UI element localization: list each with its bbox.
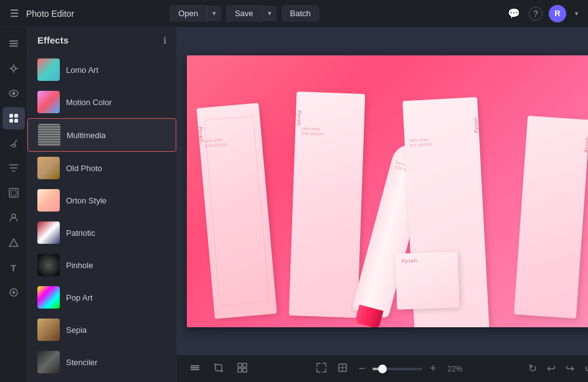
open-arrow-button[interactable]: ▾ <box>207 6 221 21</box>
product-box-1: Pyreli. berry whiteEYE SERUM <box>196 103 277 319</box>
effect-thumb-4 <box>37 189 60 212</box>
batch-button[interactable]: Batch <box>282 5 320 22</box>
svg-marker-18 <box>9 239 18 246</box>
app-title: Photo Editor <box>26 9 74 19</box>
effect-label-1: Motion Color <box>66 98 112 107</box>
svg-rect-24 <box>243 363 247 367</box>
svg-rect-23 <box>238 363 242 367</box>
effect-thumb-9 <box>37 351 60 373</box>
help-icon[interactable]: ? <box>529 7 543 21</box>
sidebar-icon-filters[interactable] <box>2 157 25 179</box>
effect-item-multimedia[interactable]: Multimedia <box>27 118 176 152</box>
effect-label-3: Old Photo <box>66 164 102 173</box>
sidebar-icon-frames[interactable] <box>2 182 25 204</box>
sidebar-icon-shapes[interactable] <box>2 231 25 254</box>
svg-rect-11 <box>14 114 18 118</box>
effect-label-9: Stenciler <box>66 358 98 367</box>
sidebar-icon-preview[interactable] <box>2 82 25 105</box>
effects-list: Lomo ArtMotion ColorMultimediaOld PhotoO… <box>27 54 176 382</box>
sidebar-icon-plugins[interactable] <box>2 281 25 304</box>
chat-icon[interactable]: 💬 <box>505 5 523 22</box>
sidebar-icon-brush[interactable] <box>2 132 25 154</box>
effect-thumb-1 <box>37 91 60 113</box>
zoom-handle[interactable] <box>378 365 387 373</box>
grid-icon[interactable] <box>234 360 250 378</box>
effect-thumb-3 <box>37 157 60 179</box>
bottom-tools-right: ↻ ↩ ↪ ↺ <box>526 360 588 378</box>
effects-header: Effects ℹ <box>27 27 176 54</box>
svg-rect-22 <box>191 369 199 370</box>
effect-item-summer[interactable]: Summer <box>27 378 176 382</box>
redo-icon[interactable]: ↪ <box>563 360 577 378</box>
sidebar-icon-adjustments[interactable] <box>2 57 25 80</box>
topbar: ☰ Photo Editor Open ▾ Save ▾ Batch 💬 ? R… <box>0 0 588 27</box>
svg-line-14 <box>14 140 17 144</box>
revert-icon[interactable]: ↺ <box>582 360 588 378</box>
svg-rect-1 <box>9 43 18 44</box>
icon-sidebar: T <box>0 27 27 382</box>
photo-frame: Pyreli. berry whiteEYE SERUM Pyreli. ber… <box>187 55 588 327</box>
avatar[interactable]: R <box>549 5 566 22</box>
effect-item-pinhole[interactable]: Pinhole <box>27 249 176 281</box>
info-icon[interactable]: ℹ <box>163 35 166 45</box>
fit-icon[interactable] <box>313 360 330 378</box>
effect-label-7: Pop Art <box>66 293 93 302</box>
svg-rect-25 <box>238 368 242 372</box>
layers-icon[interactable] <box>187 360 203 378</box>
svg-rect-20 <box>191 365 199 366</box>
effect-label-8: Sepia <box>66 325 87 335</box>
main-area: T Effects ℹ Lomo ArtMotion ColorMultimed… <box>0 27 588 382</box>
bottom-bar: − + 22% ↻ ↩ ↪ ↺ <box>177 355 588 382</box>
effect-item-old-photo[interactable]: Old Photo <box>27 152 176 184</box>
sidebar-icon-people[interactable] <box>2 207 25 229</box>
zoom-in-icon[interactable]: + <box>427 360 439 378</box>
effect-item-pop-art[interactable]: Pop Art <box>27 281 176 314</box>
open-button[interactable]: Open <box>169 5 207 22</box>
menu-button[interactable]: ☰ <box>7 5 21 22</box>
svg-rect-10 <box>9 114 13 118</box>
effect-item-orton-style[interactable]: Orton Style <box>27 184 176 217</box>
effect-item-lomo-art[interactable]: Lomo Art <box>27 54 176 86</box>
save-button[interactable]: Save <box>226 5 262 22</box>
undo-icon[interactable]: ↩ <box>544 360 558 378</box>
rotate-icon[interactable]: ↻ <box>526 360 539 378</box>
zoom-slider[interactable] <box>372 368 422 370</box>
svg-rect-15 <box>9 189 18 197</box>
product-box-4: Pyreli. <box>514 115 588 318</box>
svg-rect-21 <box>191 367 199 368</box>
effect-item-motion-color[interactable]: Motion Color <box>27 86 176 118</box>
canvas-container: Pyreli. berry whiteEYE SERUM Pyreli. ber… <box>177 27 588 355</box>
effect-item-patriotic[interactable]: Patriotic <box>27 217 176 249</box>
effect-label-6: Pinhole <box>66 261 93 270</box>
canvas-area: Pyreli. berry whiteEYE SERUM Pyreli. ber… <box>177 27 588 382</box>
effect-thumb-7 <box>37 286 60 309</box>
effect-label-5: Patriotic <box>66 228 95 238</box>
effects-title: Effects <box>37 35 69 45</box>
save-arrow-button[interactable]: ▾ <box>262 6 277 21</box>
sidebar-icon-text[interactable]: T <box>2 256 25 279</box>
avatar-dropdown-icon[interactable]: ▾ <box>572 7 581 19</box>
crop2-icon[interactable] <box>334 360 351 378</box>
crop-icon[interactable] <box>211 360 227 378</box>
svg-rect-16 <box>11 190 16 195</box>
sidebar-icon-layers[interactable] <box>2 32 25 55</box>
effect-thumb-6 <box>37 254 60 276</box>
svg-point-3 <box>12 67 16 70</box>
svg-rect-26 <box>243 368 247 372</box>
sidebar-icon-effects[interactable] <box>2 107 25 129</box>
product-group: Pyreli. berry whiteEYE SERUM Pyreli. ber… <box>187 55 588 327</box>
zoom-out-icon[interactable]: − <box>356 360 368 378</box>
effects-panel: Effects ℹ Lomo ArtMotion ColorMultimedia… <box>27 27 177 382</box>
bottom-tools-center: − + 22% <box>313 360 462 378</box>
topbar-center: Open ▾ Save ▾ Batch <box>169 5 320 22</box>
svg-point-9 <box>12 92 15 95</box>
bottom-tools-left <box>187 360 250 378</box>
open-btn-group: Open ▾ <box>169 5 221 22</box>
photo-canvas: Pyreli. berry whiteEYE SERUM Pyreli. ber… <box>187 55 588 327</box>
topbar-left: ☰ Photo Editor <box>7 5 74 22</box>
effect-item-stenciler[interactable]: Stenciler <box>27 346 176 378</box>
effect-label-4: Orton Style <box>66 196 107 205</box>
save-btn-group: Save ▾ <box>226 5 277 22</box>
zoom-percent: 22% <box>448 365 463 373</box>
effect-item-sepia[interactable]: Sepia <box>27 314 176 346</box>
